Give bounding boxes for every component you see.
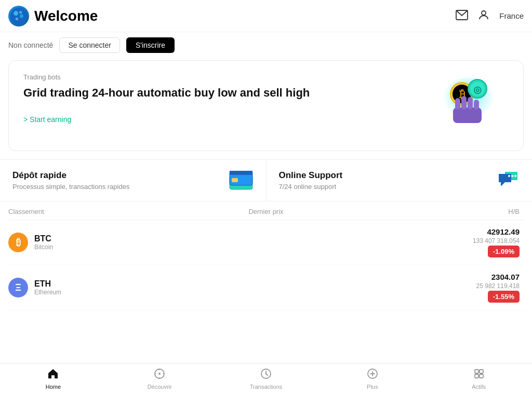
header-left: Welcome (8, 6, 98, 26)
nav-plus[interactable]: Plus (319, 363, 425, 394)
eth-volume: 25 982 119,418 (476, 282, 520, 290)
svg-rect-17 (468, 97, 473, 110)
eth-icon: Ξ (8, 278, 28, 297)
page-title: Welcome (34, 8, 98, 24)
eth-symbol: ETH (34, 279, 61, 289)
svg-text:◎: ◎ (473, 85, 482, 95)
svg-point-1 (14, 11, 18, 16)
btc-volume: 133 407 318,054 (473, 237, 520, 244)
svg-rect-15 (455, 98, 460, 110)
eth-hb-col: 2304.07 25 982 119,418 -1.55% (352, 273, 524, 303)
btc-info: ₿ BTC Bitcoin (8, 233, 180, 252)
header-right: France (456, 9, 524, 23)
btc-names: BTC Bitcoin (34, 234, 53, 251)
mail-icon[interactable] (456, 10, 468, 22)
assets-icon (473, 368, 485, 382)
eth-name: Ethereum (34, 289, 61, 296)
svg-rect-34 (475, 370, 478, 373)
auth-bar: Non connecté Se connecter S'inscrire (0, 32, 532, 60)
svg-point-30 (158, 373, 161, 375)
svg-point-32 (265, 373, 267, 374)
eth-info: Ξ ETH Ethereum (8, 278, 180, 297)
feature-support-subtitle: 7/24 online support (279, 183, 343, 191)
nav-discover[interactable]: Découvrir (107, 363, 213, 394)
crypto-table: Classement Dernier prix H/B ₿ BTC Bitcoi… (0, 201, 532, 310)
btc-icon: ₿ (8, 233, 28, 252)
banner-title: Grid trading 24-hour automatic buy low a… (23, 85, 314, 101)
btc-symbol: BTC (34, 234, 53, 243)
col-ranking: Classement (8, 208, 180, 215)
svg-point-2 (20, 14, 23, 18)
svg-point-4 (19, 11, 22, 13)
btc-hb-col: 42912.49 133 407 318,054 -1.09% (352, 227, 524, 257)
discover-icon (154, 368, 165, 382)
table-row[interactable]: Ξ ETH Ethereum 2304.07 25 982 119,418 -1… (8, 265, 524, 310)
register-button[interactable]: S'inscrire (126, 37, 175, 53)
feature-support-title: Online Support (279, 170, 343, 181)
nav-assets[interactable]: Actifs (425, 363, 532, 394)
nav-assets-label: Actifs (472, 384, 486, 390)
svg-point-0 (10, 7, 27, 24)
nav-home[interactable]: Home (0, 363, 107, 394)
svg-point-26 (508, 175, 510, 177)
deposit-icon (228, 171, 254, 191)
feature-support: Online Support 7/24 online support (267, 160, 533, 201)
country-label: France (499, 11, 524, 20)
svg-rect-37 (480, 374, 483, 378)
features-row: Dépôt rapide Processus simple, transacti… (0, 159, 532, 201)
header: Welcome France (0, 0, 532, 32)
banner-illustration: ₿ ◎ (435, 72, 502, 140)
nav-home-label: Home (46, 384, 61, 390)
eth-price: 2304.07 (491, 273, 520, 281)
col-last-price: Dernier prix (180, 208, 352, 215)
nav-transactions[interactable]: Transactions (213, 363, 320, 394)
btc-name: Bitcoin (34, 243, 53, 251)
trading-banner: Trading bots Grid trading 24-hour automa… (8, 60, 524, 151)
auth-status: Non connecté (8, 41, 53, 49)
feature-deposit-title: Dépôt rapide (12, 170, 129, 181)
logo-icon (8, 6, 29, 26)
feature-deposit-text: Dépôt rapide Processus simple, transacti… (12, 170, 129, 191)
svg-rect-22 (230, 171, 252, 175)
eth-change-badge: -1.55% (488, 291, 520, 303)
nav-plus-label: Plus (367, 384, 378, 390)
svg-point-6 (482, 11, 486, 15)
svg-point-3 (16, 17, 18, 20)
table-header: Classement Dernier prix H/B (8, 201, 524, 220)
bottom-nav: Home Découvrir Transactions (0, 363, 532, 394)
col-hb: H/B (352, 208, 524, 215)
svg-rect-36 (475, 374, 478, 378)
feature-support-text: Online Support 7/24 online support (279, 170, 343, 191)
transactions-icon (260, 368, 272, 382)
svg-rect-23 (232, 178, 238, 182)
svg-rect-16 (461, 96, 467, 110)
svg-rect-35 (480, 370, 483, 373)
table-row[interactable]: ₿ BTC Bitcoin 42912.49 133 407 318,054 -… (8, 220, 524, 265)
user-icon[interactable] (477, 9, 490, 23)
eth-names: ETH Ethereum (34, 279, 61, 296)
btc-change-badge: -1.09% (488, 246, 520, 257)
home-icon (47, 368, 59, 382)
feature-deposit-subtitle: Processus simple, transactions rapides (12, 183, 129, 191)
nav-transactions-label: Transactions (250, 384, 283, 390)
nav-discover-label: Découvrir (148, 384, 172, 390)
plus-icon (367, 368, 378, 382)
svg-point-27 (511, 175, 513, 177)
login-button[interactable]: Se connecter (59, 37, 120, 53)
feature-deposit: Dépôt rapide Processus simple, transacti… (0, 160, 267, 201)
support-icon (497, 171, 520, 191)
svg-point-28 (514, 175, 516, 177)
svg-rect-14 (453, 107, 482, 123)
btc-price: 42912.49 (487, 227, 520, 236)
svg-rect-18 (474, 100, 479, 110)
